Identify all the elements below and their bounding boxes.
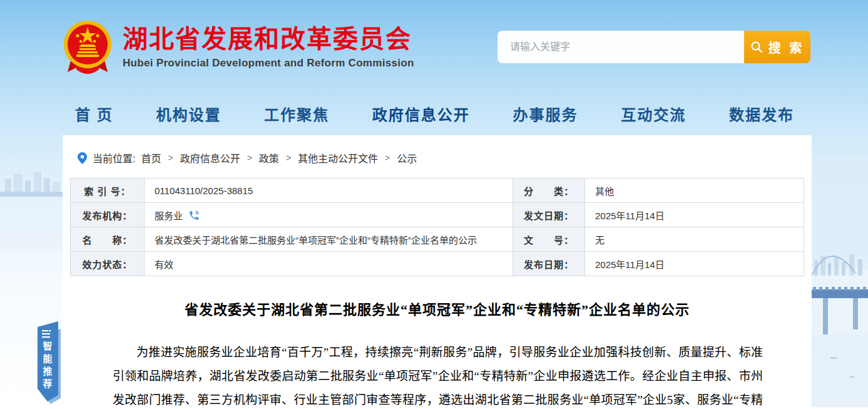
phone-icon[interactable] [188,210,200,221]
index-number-label: 索 引 号： [71,179,145,203]
breadcrumb-public-notice[interactable]: 公示 [397,150,417,165]
search-button-label: 搜 索 [768,38,805,56]
site-header: 湖北省发展和改革委员会 Hubei Provincial Development… [0,0,868,94]
issue-date-label: 发文日期： [513,203,585,227]
validity-status-value: 有效 [145,252,513,276]
breadcrumb-other-open-files[interactable]: 其他主动公开文件 [298,150,378,165]
smart-recommend-tab[interactable]: 智能推荐 [36,321,61,405]
breadcrumb-separator: > [247,153,252,163]
nav-item-home[interactable]: 首 页 [75,103,113,125]
national-emblem-logo [63,19,113,75]
document-number-label: 文 号： [513,227,585,252]
issuing-agency-label: 发布机构： [71,203,145,227]
main-nav: 首 页 机构设置 工作聚焦 政府信息公开 办事服务 互动交流 数据发布 [0,94,868,133]
left-cityscape-decoration [0,168,63,249]
category-label: 分 类： [513,179,585,203]
meta-row-name-docnumber: 名 称： 省发改委关于湖北省第二批服务业“单项冠军”企业和“专精特新”企业名单的… [71,227,804,252]
validity-status-label: 效力状态： [71,252,145,276]
article-paragraph: 为推进实施服务业企业培育“百千万”工程，持续擦亮“荆新服务”品牌，引导服务业企业… [113,341,763,409]
list-arrow-icon [42,330,52,338]
smart-recommend-tab-body: 智能推荐 [36,321,58,401]
issue-date-value: 2025年11月14日 [585,203,804,227]
right-bridge-decoration [812,157,868,407]
document-name-label: 名 称： [71,227,145,252]
nav-item-interaction[interactable]: 互动交流 [621,103,686,125]
search-input[interactable] [498,31,744,63]
smart-recommend-label: 智能推荐 [41,341,54,391]
search-icon [750,41,763,53]
breadcrumb-label: 当前位置: [93,150,135,165]
site-subtitle: Hubei Provincial Development and Reform … [123,57,414,70]
meta-row-validity-publish-date: 效力状态： 有效 发布日期： 2025年11月14日 [71,252,804,276]
nav-item-services[interactable]: 办事服务 [513,103,578,125]
breadcrumb-home[interactable]: 首页 [141,150,161,165]
nav-item-gov-info-disclosure[interactable]: 政府信息公开 [372,103,470,125]
nav-item-data-release[interactable]: 数据发布 [729,103,794,125]
article-title: 省发改委关于湖北省第二批服务业“单项冠军”企业和“专精特新”企业名单的公示 [89,298,785,318]
search-button[interactable]: 搜 索 [744,31,810,63]
breadcrumb-separator: > [168,153,173,163]
publish-date-label: 发布日期： [513,252,585,276]
category-value: 其他 [585,179,804,203]
document-meta-table: 索 引 号： 011043110/2025-38815 分 类： 其他 发布机构… [70,178,804,276]
issuing-agency-value: 服务业 [145,203,513,227]
breadcrumb-policy[interactable]: 政策 [259,150,279,165]
nav-item-work-focus[interactable]: 工作聚焦 [264,103,329,125]
document-number-value: 无 [585,227,804,252]
breadcrumb: 当前位置: 首页 > 政府信息公开 > 政策 > 其他主动公开文件 > 公示 [70,135,804,165]
meta-row-agency-issue-date: 发布机构： 服务业 发文日期： 2025年11月14日 [71,203,804,227]
nav-item-organization[interactable]: 机构设置 [156,103,221,125]
site-title: 湖北省发展和改革委员会 [123,25,414,53]
meta-row-index-class: 索 引 号： 011043110/2025-38815 分 类： 其他 [71,179,804,203]
breadcrumb-separator: > [286,153,291,163]
breadcrumb-gov-info[interactable]: 政府信息公开 [180,150,240,165]
search-bar: 搜 索 [498,31,810,63]
document-name-value: 省发改委关于湖北省第二批服务业“单项冠军”企业和“专精特新”企业名单的公示 [145,227,513,252]
location-pin-icon [78,152,87,164]
publish-date-value: 2025年11月14日 [585,252,804,276]
brand-home-link[interactable]: 湖北省发展和改革委员会 Hubei Provincial Development… [63,19,498,75]
content-panel: 当前位置: 首页 > 政府信息公开 > 政策 > 其他主动公开文件 > 公示 索… [63,135,812,409]
index-number-value: 011043110/2025-38815 [145,179,513,203]
breadcrumb-separator: > [385,153,390,163]
